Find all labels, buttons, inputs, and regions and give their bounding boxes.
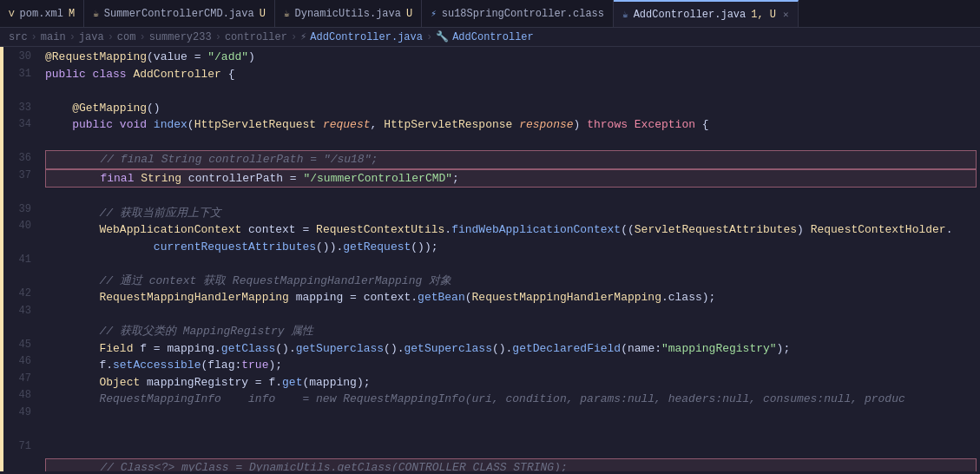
tab-summer[interactable]: ☕ SummerControllerCMD.java U (84, 0, 275, 27)
tab-dynamic[interactable]: ☕ DynamicUtils.java U (275, 0, 422, 27)
tab-dynamic-badge: U (406, 8, 412, 20)
line-44 (10, 319, 31, 337)
code-line-blank6 (45, 408, 980, 425)
code-line-30: @RequestMapping(value = "/add") (45, 49, 980, 66)
su18-icon: ⚡ (431, 8, 437, 19)
tab-pom[interactable]: V pom.xml M (0, 0, 84, 27)
editor: 30 31 33 34 36 37 39 40 41 42 43 45 46 4… (0, 47, 980, 471)
code-line-blank3 (45, 188, 980, 205)
line-48: 48 (10, 387, 31, 405)
line-71: 71 (10, 438, 31, 456)
code-line-39: // 获取当前应用上下文 (45, 205, 980, 222)
tab-add-badge: 1, U (751, 9, 776, 21)
line-36: 36 (10, 150, 31, 168)
code-line-40: WebApplicationContext context = RequestC… (45, 221, 980, 239)
pom-icon: V (9, 9, 15, 19)
line-49: 49 (10, 405, 31, 422)
line-39: 39 (10, 201, 31, 219)
tab-su18[interactable]: ⚡ su18SpringController.class (422, 0, 614, 27)
line-30: 30 (10, 49, 31, 66)
tab-add-label: AddController.java (634, 9, 747, 21)
line-50 (10, 421, 31, 438)
code-line-47: f.setAccessible(flag:true); (45, 357, 980, 374)
line-72 (10, 455, 31, 471)
line-43: 42 (10, 286, 31, 303)
line-31: 31 (10, 66, 31, 83)
line-40: 40 (10, 218, 31, 235)
line-46: 46 (10, 353, 31, 371)
line-32 (10, 82, 31, 100)
code-line-31: public class AddController { (45, 66, 980, 83)
tab-pom-badge: M (69, 8, 75, 20)
tab-bar: V pom.xml M ☕ SummerControllerCMD.java U… (0, 0, 980, 28)
code-line-72: // Class<?> myClass = DynamicUtils.getCl… (45, 458, 977, 471)
line-37: 37 (10, 168, 31, 185)
line-45: 45 (10, 337, 31, 354)
dynamic-icon: ☕ (284, 8, 290, 19)
code-line-37: final String controllerPath = "/summerCo… (45, 169, 977, 188)
tab-summer-badge: U (260, 8, 266, 20)
tab-pom-label: pom.xml (20, 8, 63, 20)
line-42 (10, 269, 31, 286)
line-numbers: 30 31 33 34 36 37 39 40 41 42 43 45 46 4… (3, 47, 38, 471)
code-line-blank5 (45, 306, 980, 324)
code-line-71 (45, 425, 980, 442)
code-line-33: @GetMapping() (45, 100, 980, 117)
code-line-43: RequestMappingHandlerMapping mapping = c… (45, 289, 980, 306)
code-content: @RequestMapping(value = "/add") public c… (38, 47, 980, 471)
code-line-34: public void index(HttpServletRequest req… (45, 116, 980, 134)
code-line-42: // 通过 context 获取 RequestMappingHandlerMa… (45, 273, 980, 290)
code-line-blank4 (45, 255, 980, 273)
line-38 (10, 184, 31, 201)
summer-icon: ☕ (93, 8, 99, 19)
code-line-46: Field f = mapping.getClass().getSupercla… (45, 340, 980, 358)
code-line-48: Object mappingRegistry = f.get(mapping); (45, 374, 980, 392)
code-line-49: RequestMappingInfo info = new RequestMap… (45, 391, 980, 408)
tab-summer-label: SummerControllerCMD.java (104, 8, 254, 20)
tab-add-close[interactable]: ✕ (783, 9, 789, 20)
tab-dynamic-label: DynamicUtils.java (295, 8, 401, 20)
code-line-36: // final String controllerPath = "/su18"… (45, 150, 977, 169)
line-41b: 41 (10, 252, 31, 269)
line-41 (10, 235, 31, 253)
tab-su18-label: su18SpringController.class (442, 8, 604, 20)
tab-add[interactable]: ☕ AddController.java 1, U ✕ (614, 0, 799, 27)
line-43b: 43 (10, 303, 31, 320)
line-35 (10, 134, 31, 151)
line-47: 47 (10, 371, 31, 388)
code-line-45: // 获取父类的 MappingRegistry 属性 (45, 323, 980, 340)
code-line-blank1 (45, 82, 980, 100)
line-33: 33 (10, 100, 31, 117)
add-icon: ☕ (622, 9, 628, 20)
breadcrumb: src › main › java › com › summery233 › c… (0, 28, 980, 47)
code-line-blank7 (45, 442, 980, 459)
code-line-blank2 (45, 134, 980, 151)
code-line-40b: currentRequestAttributes()).getRequest()… (45, 239, 980, 256)
line-34: 34 (10, 116, 31, 134)
